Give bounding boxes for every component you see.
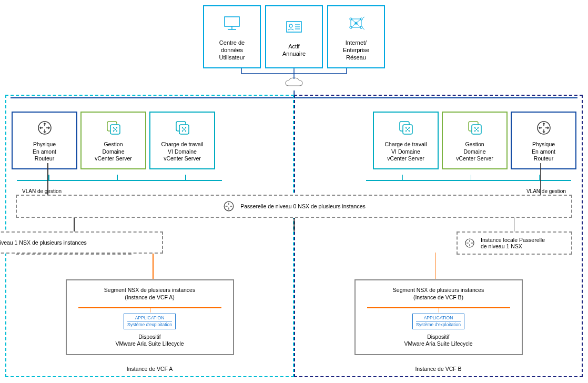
vcenter-icon — [398, 118, 414, 137]
vcf-a-components-row: PhysiqueEn amontRouteur GestionDomainevC… — [12, 112, 288, 169]
tier1-multi-label: Passerelle de niveau 1 NSX de plusieurs … — [0, 239, 87, 246]
vcf-b-mgmt-label: GestionDomainevCenter Server — [456, 141, 493, 163]
vcf-b-components-row: Charge de travailVI DomainevCenter Serve… — [300, 112, 576, 169]
network-label: Internet/EnterpriseRéseau — [343, 39, 369, 62]
svg-point-12 — [360, 26, 362, 28]
vcf-a-instance-label: Instance de VCF A — [127, 366, 173, 372]
vcf-a-vi-vcenter-box: Charge de travailVI DomainevCenter Serve… — [149, 112, 215, 169]
vcf-a-dispositif-label: DispositifVMware Aria Suite Lifecycle — [73, 334, 227, 348]
top-connectors — [231, 68, 357, 79]
tier1-local-b-box: Instance locale Passerellede niveau 1 NS… — [457, 231, 572, 255]
router-icon — [222, 200, 235, 213]
svg-point-4 — [289, 24, 292, 27]
vcf-b-vi-label: Charge de travailVI DomainevCenter Serve… — [385, 141, 427, 163]
router-icon — [536, 118, 552, 137]
active-directory-box: ActifAnnuaire — [265, 5, 323, 68]
instances-container: PhysiqueEn amontRouteur GestionDomainevC… — [5, 95, 583, 377]
id-card-icon — [285, 16, 303, 37]
vcf-b-vlan-label: VLAN de gestion — [300, 188, 566, 194]
router-icon — [37, 118, 53, 137]
datacenter-user-box: Centre dedonnéesUtilisateur — [203, 5, 261, 68]
vcf-b-router-box: PhysiqueEn amontRouteur — [511, 112, 576, 169]
nsx-architecture-diagram: Centre dedonnéesUtilisateur ActifAnnuair… — [5, 5, 583, 378]
vcf-a-app-box: APPLICATION Système d'exploitation — [124, 314, 176, 329]
svg-line-20 — [363, 28, 364, 29]
vcf-b-mgmt-vcenter-box: GestionDomainevCenter Server — [442, 112, 508, 169]
vcf-b-dispositif-label: DispositifVMware Aria Suite Lifecycle — [362, 334, 515, 348]
vcf-b-instance-label: Instance de VCF B — [415, 366, 461, 372]
conn-t1-seg-a — [153, 253, 154, 279]
internet-network-box: Internet/EnterpriseRéseau — [327, 5, 385, 68]
top-entities-row: Centre dedonnéesUtilisateur ActifAnnuair… — [5, 5, 583, 68]
vcf-a-mgmt-label: GestionDomainevCenter Server — [95, 141, 132, 163]
vcf-b-vi-vcenter-box: Charge de travailVI DomainevCenter Serve… — [373, 112, 439, 169]
tier0-gateway-box: Passerelle de niveau 0 NSX de plusieurs … — [16, 195, 572, 218]
vcf-b-app-box: APPLICATION Système d'exploitation — [412, 314, 464, 329]
vcf-a-router-box: PhysiqueEn amontRouteur — [12, 112, 77, 169]
vcenter-icon — [105, 118, 122, 137]
vcf-b-segment-box: Segment NSX de plusieurs instances(Insta… — [354, 279, 523, 355]
conn-t1-seg-b — [435, 253, 436, 279]
svg-point-9 — [360, 18, 362, 20]
svg-rect-0 — [225, 17, 239, 26]
tier1-multi-gateway-box: Passerelle de niveau 1 NSX de plusieurs … — [0, 231, 163, 254]
tier1-local-b-label: Instance locale Passerellede niveau 1 NS… — [481, 237, 545, 249]
vcf-a-mgmt-vcenter-box: GestionDomainevCenter Server — [80, 112, 146, 169]
svg-line-19 — [363, 17, 364, 18]
vcf-a-app-l2: Système d'exploitation — [127, 322, 172, 327]
conn-b-router-t0 — [540, 163, 541, 195]
vcf-b-app-l1: APPLICATION — [416, 315, 461, 321]
vcenter-icon — [174, 118, 191, 137]
network-mesh-icon — [347, 13, 366, 34]
vcf-a-app-l1: APPLICATION — [127, 315, 172, 321]
vcf-b-segment-title: Segment NSX de plusieurs instances(Insta… — [362, 287, 515, 301]
vcf-a-segment-box: Segment NSX de plusieurs instances(Insta… — [66, 279, 234, 355]
router-icon — [464, 237, 475, 249]
monitor-icon — [222, 13, 241, 34]
vcf-a-router-label: PhysiqueEn amontRouteur — [33, 141, 56, 163]
vcenter-icon — [467, 118, 483, 137]
vcf-b-app-l2: Système d'exploitation — [416, 322, 461, 327]
vcf-b-router-label: PhysiqueEn amontRouteur — [532, 141, 555, 163]
svg-point-11 — [350, 26, 352, 28]
directory-label: ActifAnnuaire — [282, 43, 306, 58]
conn-a-router-t0 — [47, 163, 48, 195]
svg-point-8 — [350, 18, 352, 20]
vcf-a-vi-label: Charge de travailVI DomainevCenter Serve… — [161, 141, 204, 163]
vcf-a-vlan-label: VLAN de gestion — [22, 188, 288, 194]
vcf-a-segment-title: Segment NSX de plusieurs instances(Insta… — [73, 287, 227, 301]
datacenter-label: Centre dedonnéesUtilisateur — [219, 39, 245, 62]
tier0-label: Passerelle de niveau 0 NSX de plusieurs … — [240, 203, 366, 209]
